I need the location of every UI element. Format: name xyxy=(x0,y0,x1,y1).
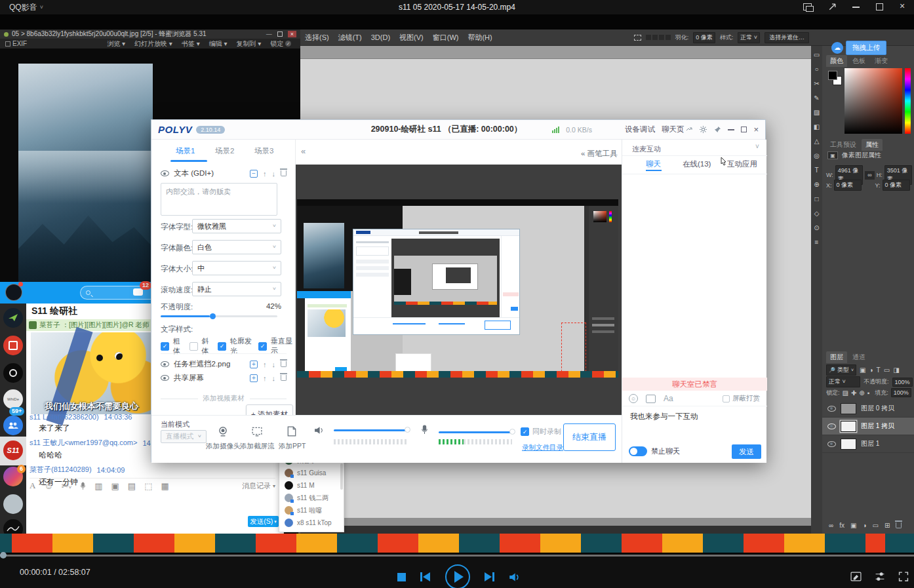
viewer-titlebar[interactable]: 05 > 8b6a3b32ly1fyshkbkt5rj20u00u0qlt.jp… xyxy=(0,29,300,39)
opacity-slider[interactable] xyxy=(161,315,277,317)
popup-scrollbar[interactable] xyxy=(340,463,343,490)
mention-preview[interactable]: 菜苔子 ：[图片][图片][图片]@R 老师，我改好了， xyxy=(26,319,153,331)
tool-icon-4[interactable]: ▨ xyxy=(814,109,820,116)
link-layers-icon[interactable]: ∞ xyxy=(829,522,833,529)
screen-source-row[interactable]: 共享屏幕 +↑↓ xyxy=(161,373,287,383)
avatar-s11-group[interactable]: S11 xyxy=(3,441,23,460)
avatar-whide[interactable]: WhiDe xyxy=(3,389,23,409)
viewer-menu-edit[interactable]: 编辑 ▾ xyxy=(209,39,228,49)
speaker-volume-icon[interactable] xyxy=(314,426,324,435)
layer-style-icon[interactable]: fx xyxy=(839,522,844,529)
tool-icon-9[interactable]: ⊕ xyxy=(814,181,819,188)
viewer-lock-button[interactable]: 锁定✓ xyxy=(270,39,291,49)
close-button[interactable]: × xyxy=(900,1,905,11)
tab-properties[interactable]: 属性 xyxy=(862,139,883,151)
message-sender[interactable]: s11 Leila(862386200) xyxy=(30,413,99,421)
font-family-select[interactable]: 微软雅黑˅ xyxy=(192,219,281,233)
marquee-tool-icon[interactable] xyxy=(634,35,641,41)
avatar-black-char[interactable] xyxy=(3,363,23,383)
player-progress-handle[interactable] xyxy=(0,552,7,559)
canvas-scrollbar[interactable] xyxy=(300,518,823,526)
message-bubble-icon[interactable] xyxy=(133,288,143,296)
tab-apps[interactable]: 互动应用 xyxy=(727,159,757,169)
filter-type-icon[interactable]: T xyxy=(877,366,881,374)
tab-color[interactable]: 颜色 xyxy=(826,55,847,67)
menu-view[interactable]: 视图(V) xyxy=(399,33,424,43)
opacity-field[interactable]: 100% xyxy=(892,378,913,387)
collapse-source-icon[interactable]: − xyxy=(250,170,258,178)
layer-type-filter[interactable]: 🔎类型˅ xyxy=(826,364,856,376)
tool-icon-13[interactable]: ≡ xyxy=(815,239,819,246)
filter-smart-icon[interactable]: ◨ xyxy=(893,366,899,374)
mute-chat-toggle[interactable] xyxy=(629,446,647,456)
image-icon[interactable]: ▣ xyxy=(111,481,119,491)
mic-volume-slider[interactable] xyxy=(439,431,512,433)
avatar-cat[interactable] xyxy=(3,494,23,514)
launcher-icon[interactable] xyxy=(828,3,837,11)
tool-icon-7[interactable]: ◎ xyxy=(814,152,820,159)
viewer-close-button[interactable]: × xyxy=(288,31,296,37)
text-content-box[interactable]: 内部交流，请勿贩卖 xyxy=(161,183,277,216)
device-test-button[interactable]: 设备调试 xyxy=(625,125,655,134)
hue-bar[interactable] xyxy=(905,68,911,134)
move-down-icon[interactable]: ↓ xyxy=(272,361,276,368)
member-item[interactable]: s11 啦噻 xyxy=(279,504,344,517)
mode-select[interactable]: 直播模式˅ xyxy=(161,430,207,443)
tab-scene1[interactable]: 场景1 xyxy=(176,146,195,156)
image-source-row[interactable]: 任务栏遮挡2.png +↑↓ xyxy=(161,353,287,369)
filter-adjust-icon[interactable]: ◑ xyxy=(869,366,873,374)
block-rewards-checkbox[interactable] xyxy=(723,395,730,402)
minimize-button[interactable] xyxy=(852,7,860,8)
annotate-button[interactable] xyxy=(850,572,862,581)
filter-pixel-icon[interactable]: ▣ xyxy=(860,366,865,374)
brush-tool-button[interactable]: « 画笔工具 xyxy=(581,149,618,159)
end-live-button[interactable]: 结束直播 xyxy=(563,423,616,451)
tool-icon-3[interactable]: ✎ xyxy=(814,94,819,102)
menu-select[interactable]: 选择(S) xyxy=(305,33,329,43)
menu-help[interactable]: 帮助(H) xyxy=(467,33,492,43)
polyv-minimize-button[interactable] xyxy=(728,129,734,130)
y-field[interactable]: 0 像素 xyxy=(883,180,910,191)
scroll-speed-select[interactable]: 静止˅ xyxy=(192,282,281,296)
send-chat-button[interactable]: 发送 xyxy=(732,444,761,459)
expand-source-icon[interactable]: + xyxy=(250,361,258,368)
adjustment-layer-icon[interactable]: ◑ xyxy=(862,522,866,529)
tool-icon-11[interactable]: ◇ xyxy=(814,210,820,217)
chat-draft-input[interactable]: 我也来参与一下互动 xyxy=(622,406,767,442)
layer-visibility-icon[interactable] xyxy=(827,441,836,447)
layer-visibility-icon[interactable] xyxy=(827,423,836,429)
viewer-maximize-button[interactable] xyxy=(277,31,283,37)
tab-online[interactable]: 在线(13) xyxy=(683,159,711,169)
menu-3d[interactable]: 3D(D) xyxy=(371,33,390,41)
member-item[interactable]: s11 Guisa xyxy=(279,467,344,479)
emoji-picker-icon[interactable]: ☺ xyxy=(629,394,638,403)
avatar-red-char[interactable] xyxy=(3,336,23,355)
layer-mask-icon[interactable]: ▣ xyxy=(850,522,856,529)
interact-header[interactable]: 连麦互动 xyxy=(632,144,661,154)
drag-upload-button[interactable]: 拖拽上传 xyxy=(846,41,886,55)
tool-icon-0[interactable]: ▭ xyxy=(814,51,820,58)
add-screen-icon[interactable] xyxy=(252,426,262,437)
message-sender[interactable]: 菜苔子(811240289) xyxy=(30,465,92,475)
add-ppt-icon[interactable] xyxy=(287,426,296,437)
previous-button[interactable] xyxy=(420,572,430,581)
new-layer-icon[interactable]: ⊞ xyxy=(884,522,890,529)
tab-layers[interactable]: 图层 xyxy=(826,351,847,363)
maximize-button[interactable] xyxy=(876,3,883,10)
menu-filter[interactable]: 滤镜(T) xyxy=(338,33,362,43)
visibility-eye-icon[interactable] xyxy=(161,170,169,176)
cloud-upload-icon[interactable]: ☁ xyxy=(831,42,843,54)
filter-shape-icon[interactable]: ▭ xyxy=(884,366,890,374)
viewer-menu-slideshow[interactable]: 幻灯片放映 ▾ xyxy=(134,39,172,49)
polyv-maximize-button[interactable] xyxy=(741,127,747,132)
move-down-icon[interactable]: ↓ xyxy=(272,374,276,382)
lock-all-icon[interactable]: ⊕ xyxy=(859,389,864,397)
menu-window[interactable]: 窗口(W) xyxy=(433,33,459,43)
tool-icon-12[interactable]: ⊙ xyxy=(814,224,819,231)
select-and-mask-button[interactable]: 选择并遮住… xyxy=(765,32,809,43)
tab-scene2[interactable]: 场景2 xyxy=(215,146,234,156)
glow-checkbox[interactable] xyxy=(218,342,226,351)
color-saturation-square[interactable] xyxy=(844,68,902,134)
mic-volume-icon[interactable] xyxy=(421,425,428,435)
x-field[interactable]: 0 像素 xyxy=(834,180,862,191)
